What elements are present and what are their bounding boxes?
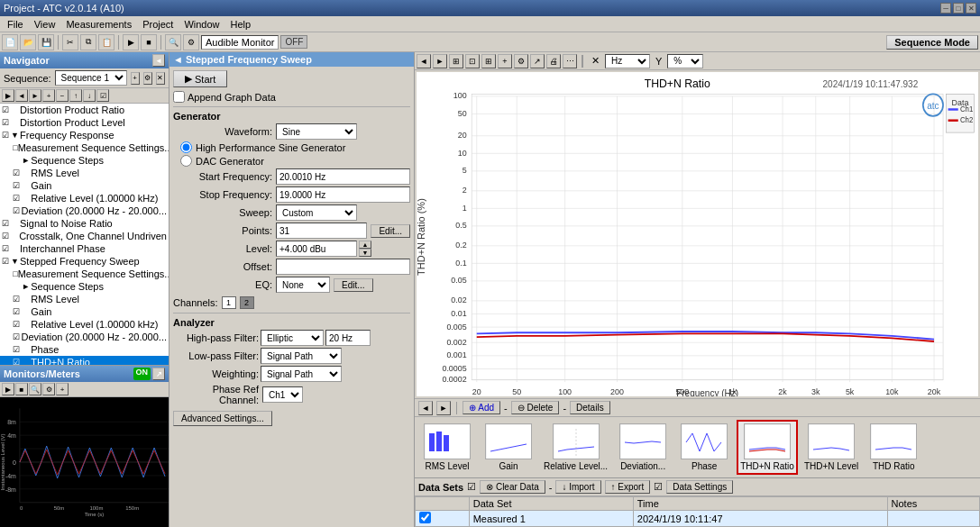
meas-item[interactable]: THD+N Ratio [737,420,798,475]
stop-freq-input[interactable] [276,186,410,203]
nav-add-btn[interactable]: + [42,89,55,102]
toolbar-settings[interactable]: ⚙ [183,34,199,50]
nav-up-btn[interactable]: ↑ [69,89,82,102]
meas-item[interactable]: Relative Level... [541,421,610,474]
tree-checkbox[interactable]: ☑ [13,181,22,190]
highpass-val-input[interactable] [325,330,371,346]
x-axis-select[interactable]: Hz [605,54,650,68]
sweep-select[interactable]: Custom [276,204,357,221]
tree-checkbox[interactable]: ☑ [13,194,22,203]
nav-back-btn[interactable]: ◄ [15,89,28,102]
export-btn[interactable]: ↑ Export [605,480,651,494]
tree-checkbox[interactable]: ☑ [13,332,20,341]
tree-checkbox[interactable]: ☑ [13,345,22,354]
row-check[interactable] [416,511,470,527]
clear-data-btn[interactable]: ⊗ Clear Data [480,480,545,494]
lowpass-filter-select[interactable]: Signal Path [261,348,342,364]
offset-input[interactable] [276,259,410,275]
tree-item[interactable]: □ Measurement Sequence Settings... [0,268,169,280]
seq-add-btn[interactable]: + [131,72,140,85]
channel1-btn[interactable]: 1 [222,296,236,309]
points-input[interactable] [276,223,367,239]
menu-project[interactable]: Project [137,18,179,31]
toolbar-save[interactable]: 💾 [38,34,54,50]
y-axis-select[interactable]: % [667,54,703,68]
level-down-btn[interactable]: ▼ [359,249,371,257]
graph-zoom2-btn[interactable]: ⊡ [465,54,480,68]
meas-item[interactable]: Phase [675,421,733,474]
menu-measurements[interactable]: Measurements [60,18,137,31]
eq-edit-btn[interactable]: Edit... [334,278,373,292]
tree-checkbox[interactable]: ☑ [2,257,11,266]
high-perf-radio[interactable] [180,141,192,153]
tree-item[interactable]: ☑ RMS Level [0,167,169,179]
mon-settings-btn[interactable]: ⚙ [42,383,55,395]
meas-item[interactable]: THD+N Level [801,421,861,474]
seq-delete-btn[interactable]: ✕ [156,72,165,85]
tree-item[interactable]: ☑ Deviation (20.0000 Hz - 20.000... [0,204,169,217]
dataset-row[interactable]: Measured 1 2024/1/19 10:11:47 [416,511,980,527]
monitors-expand-btn[interactable]: ↗ [152,368,165,380]
add-meas-btn[interactable]: ⊕ Add [463,401,500,414]
advanced-settings-btn[interactable]: Advanced Settings... [173,411,272,426]
tree-item[interactable]: ☑ Signal to Noise Ratio [0,217,169,230]
start-button[interactable]: ▶ Start [173,70,227,87]
toolbar-new[interactable]: 📄 [2,34,18,50]
tree-item[interactable]: ☑ ▼ Stepped Frequency Sweep [0,255,169,268]
graph-zoom3-btn[interactable]: ⊞ [481,54,496,68]
graph-zoom-btn[interactable]: ⊞ [449,54,463,68]
tree-item[interactable]: ☑ Crosstalk, One Channel Undriven [0,230,169,242]
highpass-filter-select[interactable]: Elliptic [261,330,324,346]
menu-file[interactable]: File [2,18,29,31]
eq-select[interactable]: None [276,277,330,293]
tree-item[interactable]: ☑ THD+N Ratio [0,356,169,365]
tree-checkbox[interactable]: ☑ [2,244,11,253]
tree-item[interactable]: ► Sequence Steps [0,154,169,167]
dac-gen-radio[interactable] [180,155,192,167]
tree-item[interactable]: ☑ Distortion Product Ratio [0,104,169,116]
tree-checkbox[interactable]: ☑ [2,219,11,228]
toolbar-open[interactable]: 📂 [20,34,36,50]
append-graph-checkbox[interactable] [173,91,185,103]
toolbar-copy[interactable]: ⧉ [80,34,96,50]
nav-del-btn[interactable]: − [56,89,69,102]
delete-meas-btn[interactable]: ⊖ Delete [511,401,560,414]
menu-help[interactable]: Help [225,18,257,31]
channel2-btn[interactable]: 2 [240,296,254,309]
tree-checkbox[interactable]: ☑ [13,320,22,329]
graph-back-btn[interactable]: ◄ [417,54,431,68]
mon-add-btn[interactable]: + [56,383,69,395]
tree-item[interactable]: ☑ Gain [0,305,169,318]
import-btn[interactable]: ↓ Import [555,480,600,494]
close-btn[interactable]: ✕ [966,3,976,14]
details-btn[interactable]: Details [570,401,610,414]
graph-fwd-btn[interactable]: ► [433,54,447,68]
graph-export-btn[interactable]: ↗ [530,54,545,68]
meas-next-btn[interactable]: ► [436,401,451,415]
nav-fwd-btn[interactable]: ► [29,89,41,102]
seq-settings-btn[interactable]: ⚙ [143,72,152,85]
toolbar-paste[interactable]: 📋 [98,34,114,50]
start-freq-input[interactable] [276,168,410,185]
tree-checkbox[interactable]: ☑ [13,307,22,316]
tree-checkbox[interactable]: ☑ [2,105,11,114]
tree-item[interactable]: ☑ Distortion Product Level [0,116,169,129]
level-input[interactable] [276,241,357,257]
toolbar-stop[interactable]: ■ [141,34,157,50]
tree-item[interactable]: ☑ Phase [0,343,169,356]
mon-stop-btn[interactable]: ■ [15,383,28,395]
tree-item[interactable]: ☑ RMS Level [0,293,169,305]
off-badge[interactable]: OFF [280,35,307,49]
tree-item[interactable]: ☑ Interchannel Phase [0,242,169,255]
sequence-mode-btn[interactable]: Sequence Mode [886,35,978,50]
meas-item[interactable]: Deviation... [614,421,672,474]
mon-zoom-btn[interactable]: 🔍 [29,383,41,395]
tree-checkbox[interactable]: ☑ [13,168,22,177]
maximize-btn[interactable]: □ [953,3,964,14]
sequence-select[interactable]: Sequence 1 [55,70,127,86]
points-edit-btn[interactable]: Edit... [371,224,410,238]
tree-checkbox[interactable]: ☑ [13,206,20,215]
tree-item[interactable]: ☑ Relative Level (1.00000 kHz) [0,192,169,204]
graph-more-btn[interactable]: ⋯ [563,54,577,68]
data-settings-btn[interactable]: Data Settings [666,480,733,494]
